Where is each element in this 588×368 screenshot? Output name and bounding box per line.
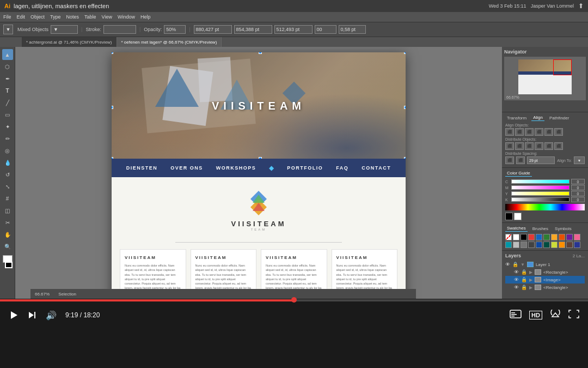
black-swatch[interactable] bbox=[505, 213, 513, 220]
gradient-tool[interactable]: ◫ bbox=[2, 205, 13, 216]
selection-handle-mr[interactable] bbox=[404, 106, 406, 109]
layer-rectangle2[interactable]: 👁 🔒 ▶ <Rectangle> bbox=[505, 283, 585, 291]
layer-rectangle1[interactable]: 👁 🔒 ▶ <Rectangle> bbox=[505, 268, 585, 276]
rotate-tool[interactable]: ↺ bbox=[2, 169, 13, 180]
tab-color-guide[interactable]: Color Guide bbox=[505, 170, 532, 177]
layer-1-lock[interactable]: 🔒 bbox=[512, 262, 518, 267]
airplay-button[interactable] bbox=[550, 310, 561, 321]
menu-item-object[interactable]: Object bbox=[30, 14, 45, 20]
selection-handle-tm[interactable] bbox=[259, 52, 262, 54]
dist-top-btn[interactable]: ⬛ bbox=[535, 142, 543, 150]
zoom-tool[interactable]: 🔍 bbox=[2, 241, 13, 252]
play-button[interactable] bbox=[9, 310, 19, 320]
k-slider[interactable] bbox=[511, 197, 569, 202]
y-value[interactable]: 0 bbox=[571, 191, 585, 196]
nav-diensten[interactable]: DIENSTEN bbox=[126, 165, 158, 171]
swatch-pink[interactable] bbox=[574, 234, 580, 240]
c-slider[interactable] bbox=[511, 179, 569, 184]
align-center-v-btn[interactable]: ⬛ bbox=[544, 128, 553, 136]
swatch-lgray[interactable] bbox=[513, 242, 519, 248]
c-value[interactable]: 0 bbox=[571, 179, 585, 184]
swatch-blue[interactable] bbox=[536, 234, 542, 240]
dist-spacing-btn1[interactable]: ⬛ bbox=[505, 156, 514, 164]
swatch-none[interactable] bbox=[505, 234, 512, 240]
height-field[interactable]: 00 bbox=[315, 25, 336, 34]
swatch-yellow[interactable] bbox=[551, 234, 558, 240]
tab-background[interactable]: * achtergrond.ai @ 71,46% (CMYK/Preview) bbox=[22, 37, 117, 47]
stroke-input[interactable] bbox=[103, 25, 136, 34]
align-bottom-btn[interactable]: ⬛ bbox=[554, 128, 563, 136]
blend-tool[interactable]: ◎ bbox=[2, 145, 13, 156]
hd-badge[interactable]: HD bbox=[529, 311, 542, 319]
swatch-red[interactable] bbox=[528, 234, 535, 240]
tab-align[interactable]: Align bbox=[531, 114, 544, 121]
skip-forward-button[interactable] bbox=[27, 310, 37, 320]
selection-handle-bm[interactable] bbox=[259, 157, 262, 159]
mixed-objects-dropdown[interactable]: ▼ bbox=[51, 25, 78, 34]
color-spectrum[interactable] bbox=[505, 204, 585, 210]
tab-transform[interactable]: Transform bbox=[505, 115, 528, 121]
menu-item-view[interactable]: View bbox=[102, 14, 112, 20]
selection-handle-tl[interactable] bbox=[112, 52, 113, 54]
dist-center-v-btn[interactable]: ⬛ bbox=[544, 142, 553, 150]
swatch-lime[interactable] bbox=[551, 242, 558, 248]
zoom-display[interactable]: 66.67% bbox=[35, 292, 50, 297]
progress-bar-container[interactable] bbox=[0, 299, 588, 301]
menu-item-type[interactable]: Type bbox=[50, 14, 61, 20]
align-center-h-btn[interactable]: ⬛ bbox=[515, 128, 524, 136]
menu-item-window[interactable]: Window bbox=[118, 14, 135, 20]
menu-item-edit[interactable]: Edit bbox=[17, 14, 26, 20]
direct-select-tool[interactable]: ⬡ bbox=[2, 61, 13, 72]
dist-spacing-btn2[interactable]: ⬛ bbox=[516, 156, 525, 164]
swatch-navy[interactable] bbox=[536, 242, 542, 248]
selection-handle-br[interactable] bbox=[404, 157, 406, 159]
swatch-brown[interactable] bbox=[566, 242, 573, 248]
share-icon[interactable]: ⬆ bbox=[578, 2, 584, 10]
swatch-black[interactable] bbox=[520, 234, 527, 240]
x-coord[interactable]: 880,427 pt bbox=[194, 25, 232, 34]
eyedropper-tool[interactable]: 💧 bbox=[2, 157, 13, 168]
volume-button[interactable]: 🔊 bbox=[46, 310, 57, 321]
navigator-red-box[interactable] bbox=[553, 59, 572, 75]
swatch-white[interactable] bbox=[513, 234, 519, 240]
line-tool[interactable]: ╱ bbox=[2, 97, 13, 108]
swatch-teal[interactable] bbox=[543, 242, 550, 248]
m-value[interactable]: 0 bbox=[571, 185, 585, 190]
align-left-btn[interactable]: ⬛ bbox=[505, 128, 514, 136]
scissors-tool[interactable]: ✂ bbox=[2, 217, 13, 228]
layer-1-expand[interactable]: ▼ bbox=[520, 262, 525, 267]
layer-image[interactable]: 👁 🔒 ▶ <Image> bbox=[505, 276, 585, 283]
tab-symbols[interactable]: Symbols bbox=[553, 226, 573, 232]
mesh-tool[interactable]: # bbox=[2, 193, 13, 204]
progress-dot[interactable] bbox=[291, 297, 297, 303]
y-slider[interactable] bbox=[511, 191, 569, 196]
menu-item-file[interactable]: File bbox=[3, 14, 11, 20]
stroke-color[interactable] bbox=[5, 262, 13, 268]
layer-rect2-lock[interactable]: 🔒 bbox=[521, 285, 527, 290]
swatch-green[interactable] bbox=[543, 234, 550, 240]
m-slider[interactable] bbox=[511, 185, 569, 190]
layer-img-lock[interactable]: 🔒 bbox=[521, 277, 527, 282]
layer-rect2-eye[interactable]: 👁 bbox=[514, 285, 519, 290]
dist-left-btn[interactable]: ⬛ bbox=[505, 142, 514, 150]
nav-over-ons[interactable]: OVER ONS bbox=[170, 165, 203, 171]
spacing-input[interactable]: 29 pt bbox=[527, 156, 555, 164]
swatch-cyan[interactable] bbox=[505, 242, 512, 248]
menu-item-help[interactable]: Help bbox=[140, 14, 151, 20]
swatch-indigo[interactable] bbox=[574, 242, 580, 248]
align-top-btn[interactable]: ⬛ bbox=[535, 128, 543, 136]
tab-brushes[interactable]: Brushes bbox=[531, 226, 550, 232]
layer-rect1-lock[interactable]: 🔒 bbox=[521, 269, 527, 275]
layer-1[interactable]: 👁 🔒 ▼ Layer 1 bbox=[505, 261, 585, 268]
layer-1-eye[interactable]: 👁 bbox=[505, 262, 510, 267]
nav-workshops[interactable]: WORKSHOPS bbox=[216, 165, 256, 171]
dist-bottom-btn[interactable]: ⬛ bbox=[554, 142, 563, 150]
align-right-btn[interactable]: ⬛ bbox=[525, 128, 534, 136]
nav-contact[interactable]: CONTACT bbox=[362, 165, 391, 171]
angle-field[interactable]: 0,58 pt bbox=[339, 25, 366, 34]
nav-faq[interactable]: FAQ bbox=[336, 165, 348, 171]
pen-tool[interactable]: ✒ bbox=[2, 73, 13, 84]
selection-handle-bl[interactable] bbox=[112, 157, 113, 159]
white-swatch[interactable] bbox=[514, 213, 522, 220]
hand-tool[interactable]: ✋ bbox=[2, 229, 13, 240]
